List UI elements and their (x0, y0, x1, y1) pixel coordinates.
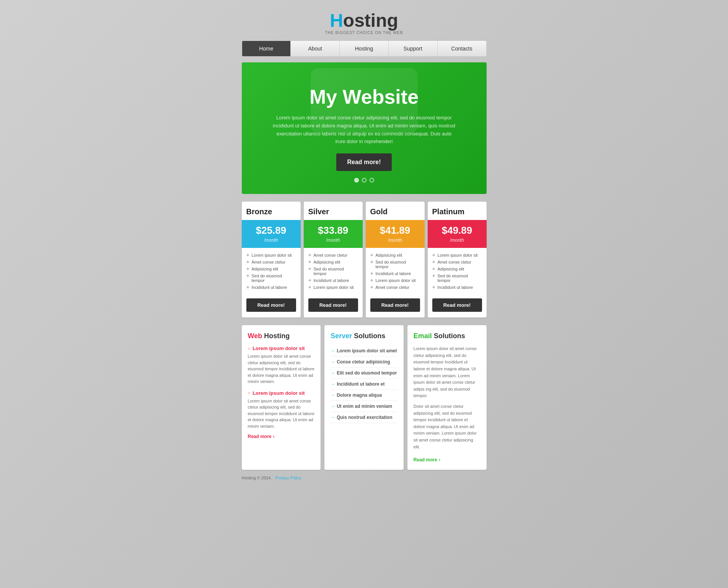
web-item1-text: Lorem ipsum dolor sit amet conse ctetur … (248, 353, 315, 385)
email-text2: Dolor sit amet conse ctetur adipisicing … (414, 403, 480, 450)
web-title-rest: Hosting (262, 332, 290, 340)
list-item: Lorem ipsum dolor sit (432, 252, 482, 259)
list-item[interactable]: Lorem ipsum dolor sit amet (331, 345, 397, 357)
pricing-card-name: Bronze (242, 202, 301, 220)
site-logo: Hosting (242, 11, 487, 30)
pricing-section: Bronze $25.89 /month Lorem ipsum dolor s… (242, 202, 487, 318)
list-item[interactable]: Quis nostrud exercitation (331, 412, 397, 423)
pricing-amount: $25.89 (246, 225, 296, 236)
web-hosting-card: Web Hosting Lorem ipsum dolor sit Lorem … (242, 325, 321, 470)
pricing-card-footer: Read more! (242, 295, 301, 318)
pricing-price-box: $25.89 /month (242, 220, 301, 248)
pricing-card-footer: Read more! (304, 295, 363, 318)
pricing-price-box: $41.89 /month (366, 220, 425, 248)
pricing-card-footer: Read more! (428, 295, 487, 318)
logo-rest: osting (343, 10, 398, 31)
email-solutions-title: Email Solutions (414, 332, 480, 340)
hero-dot-1[interactable] (354, 178, 359, 182)
server-solutions-card: Server Solutions Lorem ipsum dolor sit a… (324, 325, 404, 470)
pricing-card-silver: Silver $33.89 /month Amet conse cteturAd… (304, 202, 363, 318)
nav-contacts[interactable]: Contacts (438, 41, 486, 56)
list-item: Lorem ipsum dolor sit (308, 284, 358, 291)
hero-banner: My Website Lorem ipsum dolor sit amet co… (242, 62, 487, 194)
pricing-amount: $49.89 (432, 225, 482, 236)
email-text1: Lorem ipsum dolor sit amet conse ctetur … (414, 345, 480, 399)
pricing-amount: $33.89 (308, 225, 358, 236)
pricing-read-more-button[interactable]: Read more! (246, 298, 296, 312)
web-title-highlight: Web (248, 332, 262, 340)
pricing-period: /month (450, 238, 464, 243)
pricing-features-list: Lorem ipsum dolor sitAmet conse cteturAd… (428, 248, 487, 295)
pricing-card-name: Silver (304, 202, 363, 220)
pricing-period: /month (264, 238, 278, 243)
web-item2-title: Lorem ipsum dolor sit (248, 390, 315, 396)
footer-copyright: Hosting © 2014. (242, 476, 272, 480)
list-item: Adipisicing elit (432, 265, 482, 272)
nav-about[interactable]: About (291, 41, 340, 56)
pricing-card-footer: Read more! (366, 295, 425, 318)
web-item2-text: Lorem ipsum dolor sit amet conse ctetur … (248, 398, 315, 430)
site-footer: Hosting © 2014. Privacy Policy (242, 470, 487, 482)
pricing-amount: $41.89 (370, 225, 420, 236)
pricing-features-list: Adipisicing elitSed do eiusmod temporInc… (366, 248, 425, 295)
list-item: Adipisicing elit (308, 259, 358, 265)
list-item: Incididunt ut labore (370, 270, 420, 277)
pricing-card-gold: Gold $41.89 /month Adipisicing elitSed d… (366, 202, 425, 318)
list-item: Lorem ipsum dolor sit (246, 252, 296, 259)
web-hosting-title: Web Hosting (248, 332, 315, 340)
list-item[interactable]: Ut enim ad minim veniam (331, 401, 397, 412)
list-item: Amet conse ctetur (370, 284, 420, 291)
email-title-highlight: Email (414, 332, 432, 340)
nav-home[interactable]: Home (242, 41, 291, 56)
server-solutions-title: Server Solutions (331, 332, 397, 340)
list-item[interactable]: Conse ctetur adipisicing (331, 357, 397, 368)
pricing-card-platinum: Platinum $49.89 /month Lorem ipsum dolor… (428, 202, 487, 318)
hero-title: My Website (253, 85, 475, 108)
list-item: Amet conse ctetur (308, 252, 358, 259)
pricing-price-box: $49.89 /month (428, 220, 487, 248)
pricing-card-name: Gold (366, 202, 425, 220)
web-item1-title: Lorem ipsum dolor sit (248, 345, 315, 351)
list-item: Sed do eiusmod tempor (308, 265, 358, 277)
list-item[interactable]: Incididunt ut labore et (331, 379, 397, 390)
email-read-more-link[interactable]: Read more › (414, 457, 440, 463)
server-title-rest: Solutions (352, 332, 385, 340)
email-solutions-card: Email Solutions Lorem ipsum dolor sit am… (407, 325, 487, 470)
email-title-rest: Solutions (432, 332, 465, 340)
web-read-more-link[interactable]: Read more › (248, 434, 275, 439)
pricing-card-bronze: Bronze $25.89 /month Lorem ipsum dolor s… (242, 202, 301, 318)
site-header: Hosting THE BIGGEST CHOICE ON THE WEB (242, 8, 487, 41)
pricing-read-more-button[interactable]: Read more! (308, 298, 358, 312)
bottom-section: Web Hosting Lorem ipsum dolor sit Lorem … (242, 325, 487, 470)
footer-privacy-link[interactable]: Privacy Policy (275, 476, 301, 480)
list-item: Adipisicing elit (370, 252, 420, 259)
pricing-period: /month (326, 238, 340, 243)
list-item[interactable]: Elit sed do eiusmod tempor (331, 368, 397, 379)
nav-hosting[interactable]: Hosting (340, 41, 389, 56)
site-tagline: THE BIGGEST CHOICE ON THE WEB (242, 31, 487, 35)
list-item: Sed do eiusmod tempor (370, 259, 420, 270)
hero-description: Lorem ipsum dolor sit amet conse ctetur … (272, 114, 456, 146)
hero-read-more-button[interactable]: Read more! (336, 153, 391, 171)
list-item: Sed do eiusmod tempor (246, 272, 296, 284)
hero-dots (253, 178, 475, 182)
pricing-read-more-button[interactable]: Read more! (370, 298, 420, 312)
main-nav: Home About Hosting Support Contacts (242, 41, 487, 57)
pricing-features-list: Amet conse cteturAdipisicing elitSed do … (304, 248, 363, 295)
hero-dot-3[interactable] (370, 178, 374, 182)
pricing-card-name: Platinum (428, 202, 487, 220)
pricing-price-box: $33.89 /month (304, 220, 363, 248)
list-item: Incididunt ut labore (432, 284, 482, 291)
list-item: Adipisicing elit (246, 265, 296, 272)
server-links-list: Lorem ipsum dolor sit ametConse ctetur a… (331, 345, 397, 423)
hero-dot-2[interactable] (362, 178, 366, 182)
list-item: Incididunt ut labore (308, 277, 358, 284)
server-title-highlight: Server (331, 332, 352, 340)
pricing-features-list: Lorem ipsum dolor sitAmet conse cteturAd… (242, 248, 301, 295)
list-item: Amet conse ctetur (246, 259, 296, 265)
pricing-read-more-button[interactable]: Read more! (432, 298, 482, 312)
list-item[interactable]: Dolore magna aliqua (331, 390, 397, 401)
nav-support[interactable]: Support (389, 41, 438, 56)
list-item: Amet conse ctetur (432, 259, 482, 265)
list-item: Lorem ipsum dolor sit (370, 277, 420, 284)
